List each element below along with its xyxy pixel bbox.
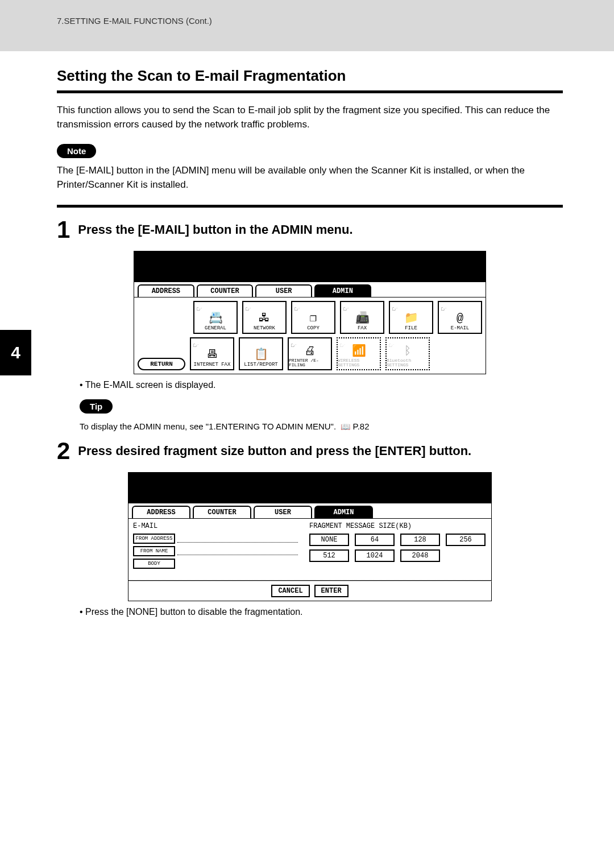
wireless-icon: 📶 xyxy=(352,346,366,357)
network-button[interactable]: ☞ 🖧 NETWORK xyxy=(242,301,287,334)
title-rule xyxy=(57,90,563,93)
list-report-button[interactable]: 📋 LIST/REPORT xyxy=(239,337,283,370)
finger-icon: ☞ xyxy=(193,341,198,350)
tab-address[interactable]: ADDRESS xyxy=(132,506,190,518)
note-pill: Note xyxy=(57,144,96,158)
fax-button[interactable]: ☞ 📠 FAX xyxy=(340,301,384,334)
finger-icon: ☞ xyxy=(441,304,446,314)
admin-panel: ☞ 📇 GENERAL ☞ 🖧 NETWORK ☞ ❐ COPY xyxy=(134,297,486,374)
file-icon: 📁 xyxy=(404,313,418,324)
body-button[interactable]: BODY xyxy=(133,559,175,569)
size-128-button[interactable]: 128 xyxy=(400,534,440,546)
email-right-column: FRAGMENT MESSAGE SIZE(KB) NONE 64 128 25… xyxy=(309,522,487,577)
general-button[interactable]: ☞ 📇 GENERAL xyxy=(193,301,238,334)
tab-counter[interactable]: COUNTER xyxy=(197,284,254,297)
screen-black-header xyxy=(134,251,486,282)
icon-label: Bluetooth SETTINGS xyxy=(387,358,429,367)
tip-text: To display the ADMIN menu, see "1.ENTERI… xyxy=(80,421,563,431)
note-text: The [E-MAIL] button in the [ADMIN] menu … xyxy=(57,164,563,192)
email-settings-screenshot: ADDRESS COUNTER USER ADMIN E-MAIL FROM A… xyxy=(128,472,492,601)
size-2048-button[interactable]: 2048 xyxy=(400,549,440,562)
email-section-label: E-MAIL xyxy=(133,522,298,530)
action-row: CANCEL ENTER xyxy=(128,581,492,601)
tip-pill: Tip xyxy=(80,399,113,414)
step-number: 1 xyxy=(57,218,70,242)
finger-icon: ☞ xyxy=(392,304,397,314)
tab-row: ADDRESS COUNTER USER ADMIN xyxy=(134,282,486,297)
size-256-button[interactable]: 256 xyxy=(446,534,486,546)
breadcrumb: 7.SETTING E-MAIL FUNCTIONS (Cont.) xyxy=(57,16,212,26)
from-name-button[interactable]: FROM NAME xyxy=(133,546,175,556)
network-icon: 🖧 xyxy=(259,313,270,324)
header-bar: 7.SETTING E-MAIL FUNCTIONS (Cont.) xyxy=(0,0,614,51)
icon-label: INTERNET FAX xyxy=(194,362,231,367)
icon-label: COPY xyxy=(307,325,320,331)
cancel-button[interactable]: CANCEL xyxy=(271,585,309,597)
icon-label: NETWORK xyxy=(254,325,275,331)
email-left-column: E-MAIL FROM ADDRESS FROM NAME BODY xyxy=(133,522,298,577)
enter-button[interactable]: ENTER xyxy=(314,585,349,597)
printer-efiling-button[interactable]: ☞ 🖨 PRINTER /E-FILING xyxy=(288,337,332,370)
list-report-icon: 📋 xyxy=(254,349,268,361)
icon-label: LIST/REPORT xyxy=(244,362,277,367)
size-row-2: 512 1024 2048 xyxy=(309,549,487,562)
body-row: BODY xyxy=(133,559,298,569)
book-icon: 📖 xyxy=(341,422,350,431)
file-button[interactable]: ☞ 📁 FILE xyxy=(389,301,433,334)
from-name-row: FROM NAME xyxy=(133,546,298,556)
tab-user[interactable]: USER xyxy=(255,284,312,297)
icon-row-2: RETURN ☞ 🖷 INTERNET FAX 📋 LIST/REPORT ☞ … xyxy=(138,337,482,370)
size-none-button[interactable]: NONE xyxy=(309,534,349,546)
wireless-settings-button: ☞ 📶 WIRELESS SETTINGS xyxy=(337,337,381,370)
copy-icon: ❐ xyxy=(310,313,317,324)
finger-icon: ☞ xyxy=(246,304,250,314)
fragment-label: FRAGMENT MESSAGE SIZE(KB) xyxy=(309,522,487,530)
finger-icon: ☞ xyxy=(197,304,201,314)
from-address-field[interactable] xyxy=(177,535,298,543)
copy-button[interactable]: ☞ ❐ COPY xyxy=(291,301,335,334)
printer-icon: 🖨 xyxy=(304,346,316,357)
section-title: Setting the Scan to E-mail Fragmentation xyxy=(57,67,563,85)
email-panel: E-MAIL FROM ADDRESS FROM NAME BODY FRAGM… xyxy=(128,518,492,581)
note-rule xyxy=(57,205,563,208)
page-ref: P.82 xyxy=(353,421,370,431)
size-64-button[interactable]: 64 xyxy=(355,534,395,546)
tab-admin[interactable]: ADMIN xyxy=(314,284,371,297)
intro-text: This function allows you to send the Sca… xyxy=(57,104,563,131)
bluetooth-icon: ᛒ xyxy=(404,346,411,357)
icon-label: GENERAL xyxy=(205,325,226,331)
step-2: 2 Press desired fragment size button and… xyxy=(57,439,563,463)
internet-fax-icon: 🖷 xyxy=(206,349,218,361)
tab-address[interactable]: ADDRESS xyxy=(138,284,194,297)
finger-icon: ☞ xyxy=(343,304,348,314)
finger-icon: ☞ xyxy=(389,341,393,350)
admin-menu-screenshot: ADDRESS COUNTER USER ADMIN ☞ 📇 GENERAL ☞… xyxy=(134,251,486,374)
email-button[interactable]: ☞ @ E-MAIL xyxy=(438,301,482,334)
return-button[interactable]: RETURN xyxy=(138,358,185,370)
from-address-row: FROM ADDRESS xyxy=(133,534,298,544)
step-number: 2 xyxy=(57,439,70,463)
from-address-button[interactable]: FROM ADDRESS xyxy=(133,534,175,544)
finger-icon: ☞ xyxy=(291,341,296,350)
tab-admin[interactable]: ADMIN xyxy=(314,506,373,518)
tab-user[interactable]: USER xyxy=(254,506,312,518)
icon-label: FAX xyxy=(358,325,367,331)
internet-fax-button[interactable]: ☞ 🖷 INTERNET FAX xyxy=(190,337,234,370)
icon-row-1: ☞ 📇 GENERAL ☞ 🖧 NETWORK ☞ ❐ COPY xyxy=(138,301,482,334)
step2-bullet: Press the [NONE] button to disable the f… xyxy=(80,607,563,617)
step-1: 1 Press the [E-MAIL] button in the ADMIN… xyxy=(57,218,563,242)
fax-icon: 📠 xyxy=(355,313,370,324)
bluetooth-settings-button: ☞ ᛒ Bluetooth SETTINGS xyxy=(385,337,430,370)
icon-label: WIRELESS SETTINGS xyxy=(338,358,380,367)
step-title: Press the [E-MAIL] button in the ADMIN m… xyxy=(78,218,352,237)
from-name-field[interactable] xyxy=(177,547,298,555)
tab-row: ADDRESS COUNTER USER ADMIN xyxy=(128,503,492,518)
step1-bullet: The E-MAIL screen is displayed. xyxy=(80,380,563,390)
general-icon: 📇 xyxy=(209,313,223,324)
tab-counter[interactable]: COUNTER xyxy=(193,506,251,518)
size-512-button[interactable]: 512 xyxy=(309,549,349,562)
screen-black-header xyxy=(128,472,492,503)
finger-icon: ☞ xyxy=(294,304,299,314)
size-1024-button[interactable]: 1024 xyxy=(355,549,395,562)
step-title: Press desired fragment size button and p… xyxy=(78,439,471,458)
